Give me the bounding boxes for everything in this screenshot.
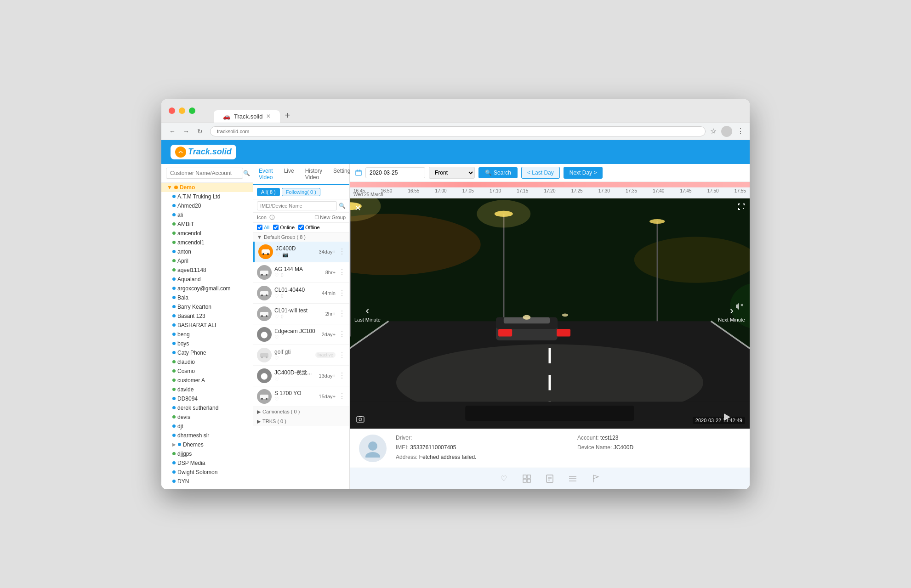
next-day-button[interactable]: Next Day > bbox=[564, 167, 603, 179]
device-search-input[interactable] bbox=[257, 201, 337, 210]
search-button[interactable]: 🔍 Search bbox=[478, 167, 518, 178]
sidebar-item-claudio[interactable]: claudio bbox=[161, 357, 253, 367]
action-list-button[interactable] bbox=[566, 472, 580, 486]
sidebar-item-amcendol[interactable]: amcendol bbox=[161, 229, 253, 238]
action-flag-button[interactable] bbox=[589, 472, 603, 486]
sidebar-item-anton[interactable]: anton bbox=[161, 247, 253, 256]
filter-following-btn[interactable]: Following( 0 ) bbox=[282, 188, 320, 196]
sidebar-item-ahmed20[interactable]: Ahmed20 bbox=[161, 201, 253, 210]
offline-checkbox-label[interactable]: Offline bbox=[298, 225, 320, 230]
default-group-header[interactable]: ▼ Default Group ( 8 ) bbox=[253, 232, 349, 242]
sidebar-item-dharmesh[interactable]: dharmesh sir bbox=[161, 431, 253, 440]
device-icon-s1700yo bbox=[257, 389, 272, 404]
filter-all-btn[interactable]: All( 8 ) bbox=[257, 188, 280, 196]
sidebar-item-djjgps[interactable]: djjgps bbox=[161, 449, 253, 458]
device-item-s1700yo[interactable]: S 1700 YO ♡ 15day+ ⋮ bbox=[253, 386, 349, 407]
sidebar-item-caty[interactable]: Caty Phone bbox=[161, 348, 253, 357]
tab-event-video[interactable]: Event Video bbox=[253, 164, 279, 185]
online-checkbox-label[interactable]: Online bbox=[273, 225, 295, 230]
sidebar-item-dspmedia[interactable]: DSP Media bbox=[161, 458, 253, 468]
refresh-button[interactable]: ↻ bbox=[194, 126, 205, 137]
sidebar-item-basharat[interactable]: BASHARAT ALI bbox=[161, 321, 253, 330]
video-nav-right-button[interactable]: › Next Minute bbox=[718, 304, 745, 322]
offline-checkbox[interactable] bbox=[298, 225, 304, 230]
sidebar-item-customera[interactable]: customer A bbox=[161, 376, 253, 385]
sidebar-item-ambit[interactable]: AMBiT bbox=[161, 220, 253, 229]
address-bar[interactable]: tracksolid.com bbox=[210, 126, 706, 136]
device-item-golfgti[interactable]: golf gti ♡ Inactive ⋮ bbox=[253, 345, 349, 366]
device-item-ag144ma[interactable]: AG 144 MA ♡ 0 8hr+ ⋮ bbox=[253, 262, 349, 283]
video-close-button[interactable]: ✕ bbox=[354, 203, 361, 213]
new-group-button[interactable]: ☐ New Group bbox=[314, 215, 346, 220]
camionetas-group-header[interactable]: ▶ Camionetas ( 0 ) bbox=[253, 407, 349, 417]
sidebar-item-argoxcoy[interactable]: argoxcoy@gmail.com bbox=[161, 284, 253, 293]
tab-history-video[interactable]: History Video bbox=[300, 164, 328, 185]
sidebar-item-demo[interactable]: ▼ Demo bbox=[161, 183, 253, 192]
close-window-button[interactable] bbox=[169, 107, 175, 114]
sidebar-item-devis[interactable]: devis bbox=[161, 413, 253, 422]
sidebar-item-ali[interactable]: ali bbox=[161, 210, 253, 220]
sidebar-item-aqeel[interactable]: aqeel11148 bbox=[161, 266, 253, 275]
online-checkbox[interactable] bbox=[273, 225, 279, 230]
forward-button[interactable]: → bbox=[181, 126, 192, 137]
sidebar-item-derek[interactable]: derek sutherland bbox=[161, 403, 253, 413]
browser-tab[interactable]: 🚗 Track.solid ✕ bbox=[214, 110, 280, 123]
sidebar-item-basant[interactable]: Basant 123 bbox=[161, 311, 253, 321]
browser-menu-icon[interactable]: ⋮ bbox=[737, 127, 744, 136]
sidebar-item-april[interactable]: April bbox=[161, 256, 253, 266]
tab-live[interactable]: Live bbox=[279, 164, 300, 185]
new-tab-button[interactable]: + bbox=[285, 110, 290, 123]
timeline-ruler[interactable]: 16:45 16:50 16:55 17:00 17:05 17:10 17:1… bbox=[350, 182, 750, 198]
customer-search-input[interactable] bbox=[166, 168, 243, 179]
sidebar-item-dhemes[interactable]: ▶ Dhemes bbox=[161, 440, 253, 449]
sidebar-item-boys[interactable]: boys bbox=[161, 339, 253, 348]
sidebar-item-barry[interactable]: Barry Kearton bbox=[161, 302, 253, 311]
video-screenshot-button[interactable] bbox=[356, 415, 364, 424]
device-search-icon[interactable]: 🔍 bbox=[339, 203, 346, 209]
user-avatar[interactable] bbox=[721, 126, 732, 137]
device-more-s1700yo[interactable]: ⋮ bbox=[338, 392, 346, 401]
device-more-cl0140440[interactable]: ⋮ bbox=[338, 288, 346, 297]
sidebar-item-amcendol1[interactable]: amcendol1 bbox=[161, 238, 253, 247]
last-day-button[interactable]: < Last Day bbox=[521, 167, 560, 179]
all-checkbox-label[interactable]: All bbox=[257, 225, 269, 230]
device-item-jc400d2[interactable]: ⬤ JC400D-视觉... ♡ 13day+ ⋮ bbox=[253, 366, 349, 386]
sidebar-item-cosmo[interactable]: Cosmo bbox=[161, 367, 253, 376]
customer-search-icon[interactable]: 🔍 bbox=[243, 168, 250, 179]
device-more-ag144[interactable]: ⋮ bbox=[338, 268, 346, 277]
tab-icon: 🚗 bbox=[223, 113, 230, 120]
camera-select[interactable]: Front bbox=[429, 167, 475, 179]
sidebar-item-dd8094[interactable]: DD8094 bbox=[161, 394, 253, 403]
device-more-jc400d[interactable]: ⋮ bbox=[338, 247, 346, 256]
back-button[interactable]: ← bbox=[167, 126, 178, 137]
sidebar-item-dwight[interactable]: Dwight Solomon bbox=[161, 468, 253, 477]
device-item-edgecam[interactable]: ⬤ Edgecam JC100 ♡ 2day+ ⋮ bbox=[253, 324, 349, 345]
sidebar-item-aqualand[interactable]: Aqualand bbox=[161, 275, 253, 284]
sidebar-item-djt[interactable]: djt bbox=[161, 422, 253, 431]
action-heart-button[interactable]: ♡ bbox=[497, 472, 511, 486]
trks-group-header[interactable]: ▶ TRKS ( 0 ) bbox=[253, 417, 349, 426]
minimize-window-button[interactable] bbox=[179, 107, 185, 114]
sidebar-item-davide[interactable]: davide bbox=[161, 385, 253, 394]
video-play-button[interactable] bbox=[722, 413, 731, 424]
device-more-cl01willtest[interactable]: ⋮ bbox=[338, 309, 346, 318]
tab-close-icon[interactable]: ✕ bbox=[266, 113, 271, 119]
action-grid-button[interactable] bbox=[520, 472, 534, 486]
device-more-edgecam[interactable]: ⋮ bbox=[338, 330, 346, 339]
video-fullscreen-button[interactable] bbox=[738, 203, 745, 212]
maximize-window-button[interactable] bbox=[189, 107, 195, 114]
device-item-jc400d[interactable]: JC400D ♡ 📷 34day+ ⋮ bbox=[253, 242, 349, 262]
video-nav-left-button[interactable]: ‹ Last Minute bbox=[354, 304, 381, 322]
sidebar-item-atm[interactable]: A.T.M Truking Ltd bbox=[161, 192, 253, 201]
action-doc-button[interactable] bbox=[543, 472, 557, 486]
sidebar-item-dyn[interactable]: DYN bbox=[161, 477, 253, 486]
device-item-cl01willtest[interactable]: CL01-will test ♡ 0 2hr+ ⋮ bbox=[253, 304, 349, 324]
device-more-golfgti[interactable]: ⋮ bbox=[338, 351, 346, 359]
bookmark-icon[interactable]: ☆ bbox=[710, 127, 717, 136]
device-item-cl0140440[interactable]: CL01-40440 ♡ 0 44min ⋮ bbox=[253, 283, 349, 304]
sidebar-item-bala[interactable]: Bala bbox=[161, 293, 253, 302]
sidebar-item-beng[interactable]: beng bbox=[161, 330, 253, 339]
device-more-jc400d2[interactable]: ⋮ bbox=[338, 371, 346, 380]
date-input[interactable] bbox=[365, 167, 425, 178]
all-checkbox[interactable] bbox=[257, 225, 262, 230]
